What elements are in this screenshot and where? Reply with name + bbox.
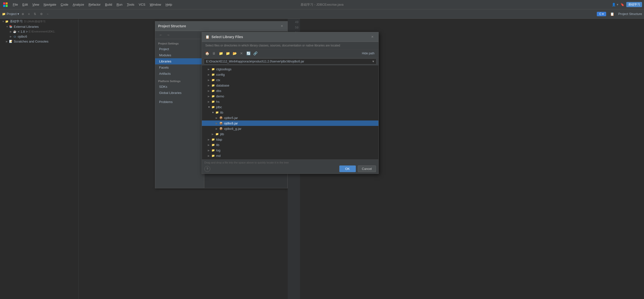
menu-code[interactable]: Code <box>59 2 70 8</box>
path-input[interactable] <box>204 59 370 64</box>
label-ldap: ldap <box>216 138 222 142</box>
tree-item-ojdbc6[interactable]: ▶ 🗂 ojdbc6 <box>0 34 78 39</box>
folder-icon-demo: 📁 <box>211 94 215 98</box>
arrow-ojdbc6: ▶ <box>216 122 219 125</box>
ps-forward-btn[interactable]: → <box>165 32 172 38</box>
tree-item-scratches[interactable]: ▶ 📝 Scratches and Consoles <box>0 39 78 44</box>
ojdbc-icon: 🗂 <box>13 34 17 38</box>
tree-node-ojdbc6-selected[interactable]: ▶ 📦 ojdbc6.jar <box>202 120 378 126</box>
tree-item-ext-libs[interactable]: ▼ 📚 External Libraries <box>0 24 78 29</box>
menu-build[interactable]: Build <box>103 2 114 8</box>
tree-node-ojdbc6g[interactable]: ▶ 📦 ojdbc6_g.jar <box>202 126 378 131</box>
lib-tree[interactable]: ▶ 📁 ctgtoollogs ▶ 📁 config ▶ 📁 ctx ▶ 📁 d… <box>202 66 378 159</box>
collapse-btn[interactable]: ≡ <box>26 12 31 16</box>
ps-item-sdks[interactable]: SDKs <box>155 84 204 90</box>
label-ctgtoollogs: ctgtoollogs <box>216 67 232 71</box>
tree-item-root[interactable]: ▼ 📁 基础学习 D:\JAVA\基础学习 <box>0 19 78 24</box>
tree-node-database[interactable]: ▶ 📁 database <box>202 82 378 88</box>
tree-node-jlib[interactable]: ▶ 📁 jlib <box>202 131 378 137</box>
ps-item-global-libraries[interactable]: Global Libraries <box>155 90 204 96</box>
ps-item-artifacts[interactable]: Artifacts <box>155 70 204 77</box>
menu-edit[interactable]: Edit <box>20 2 30 8</box>
hide-path-btn[interactable]: Hide path <box>360 51 376 56</box>
help-btn[interactable]: ? <box>204 166 210 172</box>
lib-newfolder-btn[interactable]: 📁 <box>218 50 224 56</box>
ps-item-libraries[interactable]: Libraries <box>155 58 204 64</box>
jar-icon-ojdbc6g: 📦 <box>219 127 223 130</box>
ps-item-facets[interactable]: Facets <box>155 64 204 70</box>
line-num-49: 49 <box>289 20 298 25</box>
arrow-config: ▶ <box>208 73 211 76</box>
bookmark-icon[interactable]: 🔖 <box>620 3 624 6</box>
tree-item-jdk[interactable]: ▶ ☕ < 1.8 > E:\Environment\JDK1. <box>0 29 78 34</box>
ok-btn[interactable]: OK <box>339 166 356 172</box>
arrow-ctgtoollogs: ▶ <box>208 68 211 70</box>
arrow-jdbc: ▼ <box>208 106 211 108</box>
label-dbs: dbs <box>216 89 221 93</box>
run-config-label[interactable]: C ▾ <box>597 12 606 16</box>
arrow-ldap: ▶ <box>208 138 211 141</box>
lib-dialog-footer: Drag and drop a file into the space abov… <box>202 159 378 174</box>
ps-item-problems[interactable]: Problems <box>155 99 204 105</box>
tree-node-config[interactable]: ▶ 📁 config <box>202 72 378 77</box>
path-dropdown-btn[interactable]: ▼ <box>370 60 376 63</box>
lib-openfolder-btn[interactable]: 📂 <box>232 50 238 56</box>
arrow-hs: ▶ <box>208 100 211 103</box>
folder-icon-database: 📁 <box>211 83 215 87</box>
lib-home-btn[interactable]: 🏠 <box>204 50 210 56</box>
tree-node-jdbc[interactable]: ▼ 📁 jdbc <box>202 104 378 110</box>
menu-navigate[interactable]: Navigate <box>42 2 58 8</box>
lib-link-btn[interactable]: 🔗 <box>252 50 258 56</box>
tree-node-demo[interactable]: ▶ 📁 demo <box>202 94 378 99</box>
arrow-ctx: ▶ <box>208 79 211 82</box>
lib-dialog-close-btn[interactable]: × <box>370 34 375 40</box>
menu-file[interactable]: File <box>11 2 20 8</box>
project-structure-icon[interactable]: 📋 <box>610 12 614 16</box>
lib-upfolder-btn[interactable]: 📁 <box>224 50 231 56</box>
settings-btn[interactable]: ⚙ <box>38 12 44 16</box>
tree-node-lib-jdbc[interactable]: ▼ 📁 lib <box>202 110 378 115</box>
account-icon[interactable]: 👤 ▾ <box>612 3 618 6</box>
lib-desktop-btn[interactable]: 🖥 <box>211 50 217 56</box>
tree-node-lib[interactable]: ▶ 📁 lib <box>202 142 378 148</box>
ps-item-project[interactable]: Project <box>155 46 204 52</box>
tree-node-md[interactable]: ▶ 📁 md <box>202 153 378 158</box>
menu-vcs[interactable]: VCS <box>137 2 147 8</box>
tree-node-log[interactable]: ▶ 📁 log <box>202 148 378 153</box>
menu-window[interactable]: Window <box>148 2 163 8</box>
ps-close-btn[interactable]: × <box>279 23 284 29</box>
menu-run[interactable]: Run <box>114 2 124 8</box>
arrow-lib: ▶ <box>208 144 211 146</box>
ps-back-btn[interactable]: ← <box>158 32 164 38</box>
menu-refactor[interactable]: Refactor <box>86 2 102 8</box>
label-demo: demo <box>216 94 224 98</box>
lib-refresh-btn[interactable]: 🔄 <box>245 50 252 56</box>
label-ojdbc6g: ojdbc6_g.jar <box>224 127 242 130</box>
tree-node-ctgtoollogs[interactable]: ▶ 📁 ctgtoollogs <box>202 66 378 72</box>
menu-help[interactable]: Help <box>164 2 174 8</box>
ps-item-modules[interactable]: Modules <box>155 52 204 58</box>
ps-section-platform-settings: Platform Settings <box>155 79 204 84</box>
lib-icon: 📚 <box>9 24 13 28</box>
folder-icon-jlib: 📁 <box>215 132 219 136</box>
arrow-dbs: ▶ <box>208 90 211 92</box>
folder-icon: 📁 <box>5 20 9 23</box>
menu-analyze[interactable]: Analyze <box>71 2 86 8</box>
lib-delete-btn[interactable]: ✕ <box>238 50 245 56</box>
tree-node-ojdbc5[interactable]: ▶ 📦 ojdbc5.jar <box>202 115 378 120</box>
expand-btn[interactable]: ⇅ <box>32 12 38 16</box>
menu-tools[interactable]: Tools <box>125 2 136 8</box>
svg-rect-1 <box>6 2 8 4</box>
folder-icon-ctx: 📁 <box>211 78 215 82</box>
tree-node-ldap[interactable]: ▶ 📁 ldap <box>202 137 378 142</box>
minimize-btn[interactable]: − <box>45 12 50 16</box>
new-file-btn[interactable]: ⊕ <box>20 12 26 16</box>
dialog-btns-right: OK Cancel <box>339 166 376 172</box>
tree-node-ctx[interactable]: ▶ 📁 ctx <box>202 77 378 82</box>
tree-node-hs[interactable]: ▶ 📁 hs <box>202 99 378 104</box>
tree-arrow-ext: ▼ <box>6 25 9 28</box>
tree-node-dbs[interactable]: ▶ 📁 dbs <box>202 88 378 94</box>
menu-view[interactable]: View <box>30 2 41 8</box>
cancel-btn[interactable]: Cancel <box>358 166 376 172</box>
project-label[interactable]: Project ▾ <box>7 12 19 16</box>
